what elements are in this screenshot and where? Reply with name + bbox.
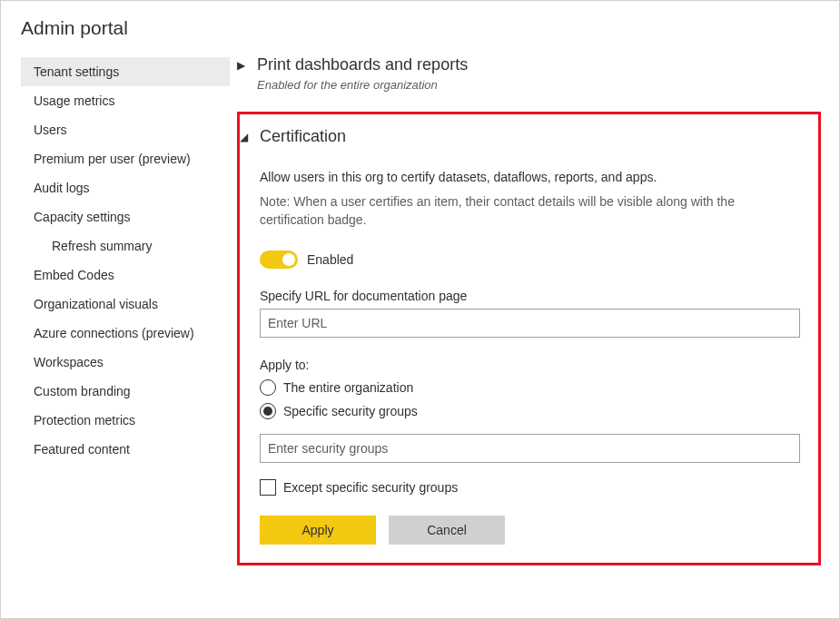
sidebar-item-organizational-visuals[interactable]: Organizational visuals (21, 290, 230, 319)
certification-section: ◢ Certification Allow users in this org … (240, 123, 800, 545)
cancel-button[interactable]: Cancel (389, 516, 505, 545)
apply-button[interactable]: Apply (260, 516, 376, 545)
print-section: ▶ Print dashboards and reports Enabled f… (237, 52, 821, 99)
certification-section-highlight: ◢ Certification Allow users in this org … (237, 112, 821, 565)
url-field-label: Specify URL for documentation page (260, 289, 800, 303)
toggle-knob (282, 253, 295, 266)
sidebar-item-audit-logs[interactable]: Audit logs (21, 173, 230, 202)
page-body: Tenant settings Usage metrics Users Prem… (1, 52, 839, 618)
documentation-url-input[interactable] (260, 309, 800, 338)
sidebar-item-custom-branding[interactable]: Custom branding (21, 377, 230, 406)
certification-header[interactable]: ◢ Certification (240, 123, 800, 150)
certification-title: Certification (260, 127, 346, 146)
except-groups-checkbox-row[interactable]: Except specific security groups (260, 479, 800, 496)
sidebar-item-embed-codes[interactable]: Embed Codes (21, 260, 230, 290)
radio-entire-organization[interactable]: The entire organization (260, 379, 800, 396)
admin-portal-page: Admin portal Tenant settings Usage metri… (0, 0, 840, 619)
sidebar-item-premium-per-user[interactable]: Premium per user (preview) (21, 144, 230, 173)
certification-note: Note: When a user certifies an item, the… (260, 193, 800, 229)
sidebar-item-azure-connections[interactable]: Azure connections (preview) (21, 319, 230, 348)
sidebar-item-workspaces[interactable]: Workspaces (21, 348, 230, 377)
certification-content: Allow users in this org to certify datas… (260, 150, 800, 545)
sidebar-item-users[interactable]: Users (21, 115, 230, 144)
certification-description: Allow users in this org to certify datas… (260, 170, 800, 184)
main-content: ▶ Print dashboards and reports Enabled f… (237, 52, 839, 618)
radio-entire-label: The entire organization (283, 380, 413, 395)
sidebar-item-capacity-settings[interactable]: Capacity settings (21, 202, 230, 231)
enabled-toggle-row: Enabled (260, 251, 800, 269)
sidebar: Tenant settings Usage metrics Users Prem… (1, 52, 237, 618)
sidebar-item-tenant-settings[interactable]: Tenant settings (21, 57, 230, 86)
checkbox-icon (260, 479, 276, 496)
except-groups-label: Except specific security groups (283, 480, 458, 495)
caret-down-icon: ◢ (240, 131, 251, 143)
caret-right-icon: ▶ (237, 59, 248, 72)
security-groups-field-group (260, 434, 800, 463)
radio-icon-selected (260, 403, 276, 419)
print-section-status: Enabled for the entire organization (257, 78, 821, 92)
print-section-header[interactable]: ▶ Print dashboards and reports (237, 52, 821, 78)
page-title: Admin portal (1, 1, 839, 52)
enabled-toggle-label: Enabled (307, 252, 353, 267)
radio-specific-label: Specific security groups (283, 404, 418, 418)
radio-icon (260, 379, 276, 396)
security-groups-input[interactable] (260, 434, 800, 463)
print-section-title: Print dashboards and reports (257, 55, 468, 74)
radio-dot (263, 407, 272, 416)
radio-specific-groups[interactable]: Specific security groups (260, 403, 800, 419)
sidebar-item-featured-content[interactable]: Featured content (21, 435, 230, 464)
url-field-group: Specify URL for documentation page (260, 289, 800, 338)
sidebar-item-protection-metrics[interactable]: Protection metrics (21, 406, 230, 435)
apply-to-label: Apply to: (260, 358, 800, 372)
button-row: Apply Cancel (260, 516, 800, 545)
sidebar-item-refresh-summary[interactable]: Refresh summary (21, 231, 230, 260)
enabled-toggle[interactable] (260, 251, 298, 269)
sidebar-item-usage-metrics[interactable]: Usage metrics (21, 86, 230, 115)
